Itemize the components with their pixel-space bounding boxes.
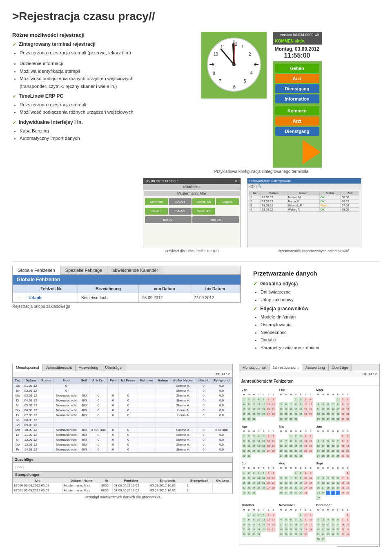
ts-btn-baan[interactable]: BA AN — [169, 198, 192, 205]
day-cell: 8 — [242, 402, 246, 407]
bullet-item: Możliwa identyfikacja stempli — [20, 67, 135, 75]
dt-cell: 0 — [108, 432, 118, 437]
tab-abweichende-kalender[interactable]: abweichende Kalender — [107, 266, 163, 274]
dt-cell: 0 — [118, 408, 138, 412]
day-cell: 13 — [289, 522, 293, 527]
dt-cell: 0 — [196, 442, 211, 447]
import-screenshot-box: Przetwarzanie Ostemplowań ◁ ▷ | 🔍 Nr. Da… — [247, 178, 361, 247]
terminal-version: Version 08.034.0000-wlt — [273, 32, 322, 38]
day-cell: 20 — [326, 412, 330, 417]
day-cell: 5 — [266, 513, 271, 517]
erp-ipc-screenshot: 05.09.2012 08:12:05 ✕ Mitarbeiter Muster… — [143, 178, 241, 253]
tab-yearly-ubertrager[interactable]: Überträge — [329, 364, 352, 371]
day-cell: 17 — [303, 407, 308, 412]
dt-cell: 0 — [108, 398, 118, 403]
dt-cell: 0.0 — [211, 398, 232, 403]
month-block: NovemberMDMDFSS1234567891011121314151617… — [279, 503, 313, 542]
day-cell: 2 — [316, 476, 321, 480]
day-cell: 11 — [256, 476, 261, 480]
day-cell: 29 — [242, 417, 246, 421]
is-toolbar-icon-3[interactable]: 🔍 — [258, 184, 262, 188]
day-cell: 28 — [271, 449, 276, 453]
bottom-section: Monatsjournal Jahresübersicht Auswertung… — [0, 364, 392, 547]
day-cell: 9 — [345, 439, 350, 444]
day-cell: 2 — [298, 471, 303, 475]
is-toolbar-icon-1[interactable]: ◁ — [249, 184, 252, 188]
day-cell: 22 — [345, 527, 350, 532]
day-cell: 7 — [289, 402, 293, 407]
day-cell: 1 — [341, 434, 345, 439]
dt-cell — [39, 393, 53, 398]
btn-arzt2[interactable]: Arzt — [275, 117, 319, 126]
ts-btn-gehen[interactable]: Gehen — [145, 208, 168, 215]
fehlzeiten-content: Globale Fehlzeiten Fehlzeit Nr. Bezeichn… — [13, 275, 241, 303]
day-cell: 14 — [271, 476, 276, 480]
day-cell: 21 — [341, 486, 345, 490]
arrow-area — [273, 138, 322, 168]
ts-btn-info-art[interactable]: Info Art — [145, 216, 192, 223]
ts-btn-sonet-ab[interactable]: Sonet.AB — [192, 208, 215, 215]
tab-globale-fehlzeiten[interactable]: Globale Fehlzeiten — [13, 266, 60, 275]
btn-arzt1[interactable]: Arzt — [275, 74, 319, 83]
day-cell: 18 — [321, 449, 325, 453]
day-cell: 15 — [294, 407, 298, 412]
day-cell: 3 — [316, 439, 321, 444]
dt-cell: 0 — [89, 442, 108, 447]
is-cell: OK — [319, 200, 341, 204]
day-cell: 26 — [261, 449, 266, 453]
tab-yearly-monat[interactable]: Monatsjournal — [239, 364, 270, 371]
tab-yearly-auswertung[interactable]: Auswertung — [302, 364, 329, 371]
tab-auswertung[interactable]: Auswertung — [76, 364, 102, 371]
day-cell: 8 — [345, 476, 350, 480]
is-toolbar-icon-2[interactable]: ▷ — [252, 184, 255, 188]
stamp-cell: 87561 03.09.2012 03:08 — [13, 488, 63, 493]
dt-row: Mi12.09.12Normalschicht480000Skema A.00.… — [13, 437, 232, 442]
is-col-name: Name — [287, 191, 319, 195]
day-cell: 24 — [303, 412, 308, 417]
btn-dienstgang2[interactable]: Dienstgang — [275, 127, 319, 136]
dt-cell — [211, 422, 232, 427]
ts-btn-sonet-an[interactable]: Sonet. AN — [192, 198, 215, 205]
btn-gehen[interactable]: Gehen — [275, 64, 319, 73]
btn-information[interactable]: Information — [275, 94, 319, 103]
ts-name: Mustermann, Max — [144, 191, 240, 196]
fz-nr: Urlaub — [25, 293, 78, 303]
day-cell: 19 — [279, 412, 283, 417]
btn-kommen[interactable]: Kommen — [275, 106, 319, 115]
month-block: FebMDMDFSS123456789101112131415161718192… — [279, 388, 313, 421]
day-cell: 16 — [247, 481, 251, 485]
is-table: Nr. Datum Name Status Zeit 1 03.09.12 Mu… — [249, 191, 359, 212]
ts-btn-baab[interactable]: BA AB — [169, 208, 192, 215]
day-cell: 20 — [279, 449, 283, 453]
tab-ubertrager[interactable]: Überträge — [102, 364, 125, 371]
ts-btn-logout[interactable]: Logout — [216, 198, 239, 205]
day-cell: 8 — [341, 439, 345, 444]
btn-dienstgang1[interactable]: Dienstgang — [275, 84, 319, 93]
is-cell: 03.09.12 — [261, 200, 287, 204]
clock-svg: 12 3 6 9 1 2 4 5 11 10 8 7 — [205, 36, 263, 93]
stamp-col-lfd: Lfd — [13, 478, 63, 483]
dt-cell: Skema A. — [170, 442, 196, 447]
dt-cell: 0.0 — [211, 412, 232, 417]
dt-cell: Normalschicht — [53, 412, 79, 417]
day-cell: 2 — [303, 513, 308, 517]
day-cell: 12 — [308, 439, 313, 444]
tab-jahresubersicht[interactable]: Jahresübersicht — [43, 364, 76, 371]
is-cell: 08:00 — [341, 195, 359, 200]
tab-monatsjournal[interactable]: Monatsjournal — [13, 364, 43, 371]
day-cell: 27 — [271, 527, 276, 532]
is-col-time: Zeit — [341, 191, 359, 195]
ts-btn-info-ba[interactable]: Info BA — [192, 216, 239, 223]
svg-text:8: 8 — [213, 71, 215, 76]
tab-spezielle-fehltage[interactable]: Spezielle Fehltage — [60, 266, 108, 274]
ts-close-icon[interactable]: ✕ — [235, 179, 238, 183]
day-cell: 15 — [294, 481, 298, 485]
tab-yearly-jahres[interactable]: Jahresübersicht — [270, 364, 303, 371]
prz-label-2: Edycja pracowników — [260, 306, 308, 312]
ts-btn-kommen[interactable]: Kommen — [145, 198, 168, 205]
mid-section: Globale Fehlzeiten Spezielle Fehltage ab… — [0, 266, 392, 356]
day-cell: 4 — [326, 476, 330, 480]
day-cell: 16 — [341, 407, 345, 412]
day-cell: 25 — [256, 412, 261, 417]
stamp-cell: 1 — [186, 483, 213, 488]
